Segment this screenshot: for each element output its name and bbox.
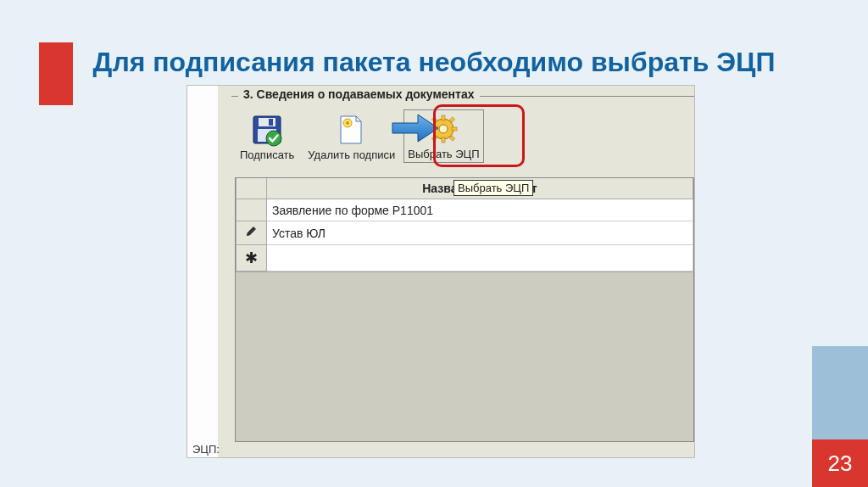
page-number: 23 — [812, 439, 868, 487]
svg-point-16 — [439, 125, 448, 133]
toolbar: Подписать Удалить подписи — [235, 109, 484, 165]
pencil-icon — [245, 225, 259, 238]
table-row[interactable]: Заявление по форме Р11001 — [236, 199, 693, 221]
app-window: 3. Сведения о подаваемых документах Подп… — [186, 85, 695, 458]
doc-name-cell[interactable]: Устав ЮЛ — [267, 221, 693, 245]
doc-name-cell[interactable]: Заявление по форме Р11001 — [267, 199, 693, 221]
row-marker-star: ✱ — [236, 245, 267, 271]
svg-point-6 — [346, 121, 349, 125]
svg-rect-10 — [430, 127, 435, 131]
table-row[interactable]: Устав ЮЛ — [236, 221, 693, 245]
grid-empty-area — [236, 271, 693, 441]
svg-rect-2 — [269, 119, 273, 126]
app-panel: 3. Сведения о подаваемых документах Подп… — [218, 86, 694, 457]
table-row[interactable]: ✱ — [236, 245, 693, 271]
svg-rect-11 — [452, 127, 457, 131]
delete-signatures-button[interactable]: Удалить подписи — [303, 109, 400, 165]
doc-name-cell[interactable] — [267, 245, 693, 271]
sign-button-label: Подписать — [240, 148, 294, 161]
svg-rect-9 — [442, 137, 445, 143]
select-ecp-label: Выбрать ЭЦП — [408, 148, 479, 160]
tooltip: Выбрать ЭЦП — [453, 180, 533, 196]
delete-signatures-label: Удалить подписи — [308, 148, 395, 161]
footer-ecp-label: ЭЦП: — [192, 443, 220, 456]
page-number-shadow — [812, 346, 868, 439]
select-ecp-button[interactable]: Выбрать ЭЦП — [403, 109, 483, 163]
grid-rowhead-header — [236, 178, 267, 199]
sign-button[interactable]: Подписать — [235, 109, 299, 165]
slide-title: Для подписания пакета необходимо выбрать… — [0, 47, 868, 78]
svg-rect-8 — [442, 115, 445, 120]
page-delete-icon — [336, 113, 368, 147]
gear-gold-icon — [428, 112, 459, 146]
floppy-save-icon — [250, 113, 284, 147]
row-marker — [236, 199, 267, 221]
row-marker-pencil — [236, 221, 267, 245]
fieldset-title: 3. Сведения о подаваемых документах — [238, 87, 480, 101]
documents-grid: Название документ Заявление по форме Р11… — [235, 177, 694, 442]
